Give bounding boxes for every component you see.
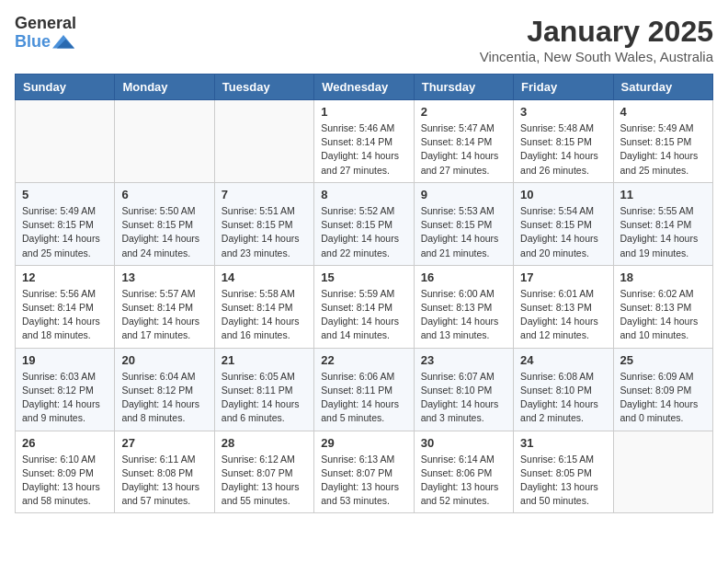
weekday-header-wednesday: Wednesday: [314, 75, 414, 100]
day-info: Sunrise: 5:49 AMSunset: 8:15 PMDaylight:…: [620, 121, 706, 178]
calendar-week-row: 19Sunrise: 6:03 AMSunset: 8:12 PMDayligh…: [16, 348, 713, 431]
day-info: Sunrise: 5:56 AMSunset: 8:14 PMDaylight:…: [22, 287, 108, 343]
day-info: Sunrise: 6:06 AMSunset: 8:11 PMDaylight:…: [321, 370, 406, 426]
day-info: Sunrise: 6:08 AMSunset: 8:10 PMDaylight:…: [520, 370, 606, 426]
day-number: 19: [22, 353, 108, 367]
day-info: Sunrise: 5:52 AMSunset: 8:15 PMDaylight:…: [321, 204, 406, 260]
calendar-cell: 12Sunrise: 5:56 AMSunset: 8:14 PMDayligh…: [16, 265, 115, 348]
day-number: 21: [222, 353, 307, 367]
day-info: Sunrise: 6:02 AMSunset: 8:13 PMDaylight:…: [620, 287, 706, 343]
weekday-header-sunday: Sunday: [16, 75, 115, 100]
calendar-cell: [16, 100, 115, 183]
calendar-cell: 4Sunrise: 5:49 AMSunset: 8:15 PMDaylight…: [613, 100, 712, 183]
calendar-cell: 25Sunrise: 6:09 AMSunset: 8:09 PMDayligh…: [613, 348, 712, 431]
day-info: Sunrise: 5:48 AMSunset: 8:15 PMDaylight:…: [520, 121, 606, 178]
day-number: 27: [121, 436, 207, 450]
day-number: 5: [22, 188, 108, 201]
logo: General Blue: [15, 15, 76, 52]
day-info: Sunrise: 5:47 AMSunset: 8:14 PMDaylight:…: [421, 121, 506, 178]
day-info: Sunrise: 5:46 AMSunset: 8:14 PMDaylight:…: [321, 121, 406, 178]
day-number: 22: [321, 353, 406, 367]
day-number: 17: [520, 270, 606, 284]
day-number: 10: [520, 188, 606, 201]
calendar-cell: 6Sunrise: 5:50 AMSunset: 8:15 PMDaylight…: [115, 182, 214, 265]
weekday-header-tuesday: Tuesday: [214, 75, 313, 100]
calendar-cell: 5Sunrise: 5:49 AMSunset: 8:15 PMDaylight…: [16, 182, 115, 265]
weekday-header-thursday: Thursday: [414, 75, 513, 100]
day-number: 1: [321, 105, 406, 119]
day-number: 30: [421, 436, 506, 450]
day-number: 23: [421, 353, 506, 367]
day-number: 7: [222, 188, 307, 201]
calendar-cell: 26Sunrise: 6:10 AMSunset: 8:09 PMDayligh…: [16, 431, 115, 513]
calendar-cell: 1Sunrise: 5:46 AMSunset: 8:14 PMDaylight…: [314, 100, 414, 183]
day-info: Sunrise: 6:10 AMSunset: 8:09 PMDaylight:…: [22, 453, 108, 509]
day-info: Sunrise: 6:09 AMSunset: 8:09 PMDaylight:…: [620, 370, 706, 426]
day-number: 14: [222, 270, 307, 284]
day-info: Sunrise: 5:55 AMSunset: 8:14 PMDaylight:…: [620, 204, 706, 260]
calendar-cell: 28Sunrise: 6:12 AMSunset: 8:07 PMDayligh…: [214, 431, 313, 513]
calendar-table: SundayMondayTuesdayWednesdayThursdayFrid…: [15, 74, 713, 513]
day-info: Sunrise: 5:49 AMSunset: 8:15 PMDaylight:…: [22, 204, 108, 260]
page-header: General Blue January 2025 Vincentia, New…: [15, 15, 713, 64]
day-number: 24: [520, 353, 606, 367]
day-info: Sunrise: 5:53 AMSunset: 8:15 PMDaylight:…: [421, 204, 506, 260]
day-info: Sunrise: 6:13 AMSunset: 8:07 PMDaylight:…: [321, 453, 406, 509]
weekday-header-saturday: Saturday: [613, 75, 712, 100]
calendar-cell: 31Sunrise: 6:15 AMSunset: 8:05 PMDayligh…: [514, 431, 613, 513]
day-number: 4: [620, 105, 706, 119]
day-number: 2: [421, 105, 506, 119]
day-number: 28: [222, 436, 307, 450]
logo-icon: [52, 33, 74, 52]
day-info: Sunrise: 6:12 AMSunset: 8:07 PMDaylight:…: [222, 453, 307, 509]
day-info: Sunrise: 5:59 AMSunset: 8:14 PMDaylight:…: [321, 287, 406, 343]
day-number: 20: [121, 353, 207, 367]
day-info: Sunrise: 6:14 AMSunset: 8:06 PMDaylight:…: [421, 453, 506, 509]
calendar-cell: 2Sunrise: 5:47 AMSunset: 8:14 PMDaylight…: [414, 100, 513, 183]
day-info: Sunrise: 6:01 AMSunset: 8:13 PMDaylight:…: [520, 287, 606, 343]
day-info: Sunrise: 6:11 AMSunset: 8:08 PMDaylight:…: [121, 453, 207, 509]
calendar-cell: 14Sunrise: 5:58 AMSunset: 8:14 PMDayligh…: [214, 265, 313, 348]
calendar-cell: 3Sunrise: 5:48 AMSunset: 8:15 PMDaylight…: [514, 100, 613, 183]
day-info: Sunrise: 5:58 AMSunset: 8:14 PMDaylight:…: [222, 287, 307, 343]
calendar-cell: 13Sunrise: 5:57 AMSunset: 8:14 PMDayligh…: [115, 265, 214, 348]
day-info: Sunrise: 5:51 AMSunset: 8:15 PMDaylight:…: [222, 204, 307, 260]
day-number: 18: [620, 270, 706, 284]
calendar-week-row: 26Sunrise: 6:10 AMSunset: 8:09 PMDayligh…: [16, 431, 713, 513]
day-number: 6: [121, 188, 207, 201]
calendar-cell: 29Sunrise: 6:13 AMSunset: 8:07 PMDayligh…: [314, 431, 414, 513]
day-number: 29: [321, 436, 406, 450]
day-number: 25: [620, 353, 706, 367]
weekday-header-row: SundayMondayTuesdayWednesdayThursdayFrid…: [16, 75, 713, 100]
day-info: Sunrise: 5:50 AMSunset: 8:15 PMDaylight:…: [121, 204, 207, 260]
day-info: Sunrise: 5:57 AMSunset: 8:14 PMDaylight:…: [121, 287, 207, 343]
day-number: 26: [22, 436, 108, 450]
calendar-week-row: 5Sunrise: 5:49 AMSunset: 8:15 PMDaylight…: [16, 182, 713, 265]
title-area: January 2025 Vincentia, New South Wales,…: [480, 15, 713, 64]
calendar-cell: 21Sunrise: 6:05 AMSunset: 8:11 PMDayligh…: [214, 348, 313, 431]
day-number: 11: [620, 188, 706, 201]
calendar-cell: 11Sunrise: 5:55 AMSunset: 8:14 PMDayligh…: [613, 182, 712, 265]
day-info: Sunrise: 6:05 AMSunset: 8:11 PMDaylight:…: [222, 370, 307, 426]
day-number: 16: [421, 270, 506, 284]
logo-blue-text: Blue: [15, 33, 51, 52]
weekday-header-monday: Monday: [115, 75, 214, 100]
calendar-cell: 19Sunrise: 6:03 AMSunset: 8:12 PMDayligh…: [16, 348, 115, 431]
calendar-cell: 18Sunrise: 6:02 AMSunset: 8:13 PMDayligh…: [613, 265, 712, 348]
calendar-cell: 8Sunrise: 5:52 AMSunset: 8:15 PMDaylight…: [314, 182, 414, 265]
day-number: 15: [321, 270, 406, 284]
logo-general-text: General: [15, 15, 76, 33]
calendar-cell: 9Sunrise: 5:53 AMSunset: 8:15 PMDaylight…: [414, 182, 513, 265]
calendar-cell: 30Sunrise: 6:14 AMSunset: 8:06 PMDayligh…: [414, 431, 513, 513]
calendar-cell: 17Sunrise: 6:01 AMSunset: 8:13 PMDayligh…: [514, 265, 613, 348]
day-number: 13: [121, 270, 207, 284]
calendar-week-row: 12Sunrise: 5:56 AMSunset: 8:14 PMDayligh…: [16, 265, 713, 348]
calendar-cell: [115, 100, 214, 183]
day-number: 9: [421, 188, 506, 201]
calendar-cell: 10Sunrise: 5:54 AMSunset: 8:15 PMDayligh…: [514, 182, 613, 265]
day-number: 8: [321, 188, 406, 201]
month-year-title: January 2025: [480, 15, 713, 49]
calendar-cell: [613, 431, 712, 513]
day-info: Sunrise: 6:04 AMSunset: 8:12 PMDaylight:…: [121, 370, 207, 426]
calendar-cell: 20Sunrise: 6:04 AMSunset: 8:12 PMDayligh…: [115, 348, 214, 431]
